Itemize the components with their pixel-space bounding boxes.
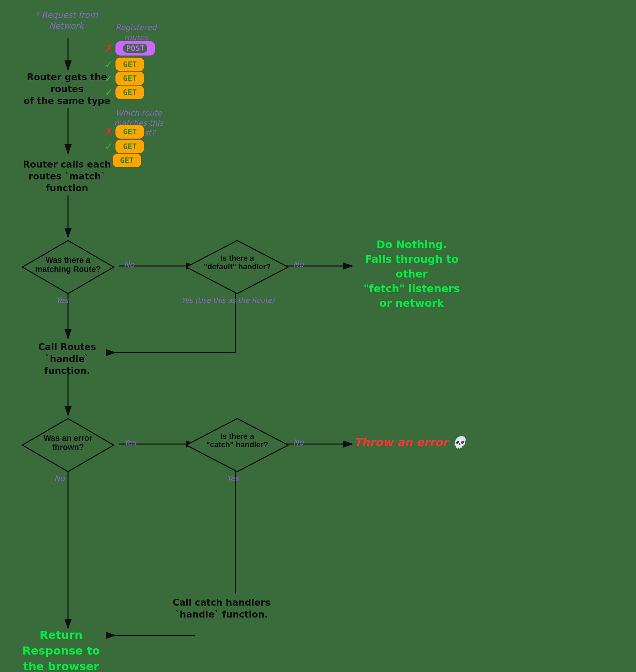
no-label-4: No (293, 438, 304, 447)
svg-text:Is there a: Is there a (220, 254, 254, 263)
post-badge-row: ✗ POST (105, 41, 155, 56)
registered-routes-label: Registeredroutes (108, 23, 164, 43)
return-response-label: Return Response tothe browser (10, 627, 112, 672)
svg-text:matching Route?: matching Route? (35, 265, 101, 274)
diamond2-svg: Is there a "default" handler? (185, 239, 290, 295)
yes-label-1: Yes (56, 296, 68, 305)
match-get-badge-1: GET (115, 125, 144, 139)
yes-label-4: Yes (227, 474, 239, 483)
match-badge-row-1: ✗ GET (105, 125, 144, 139)
post-badge: POST (115, 41, 155, 56)
diamond2-wrapper: Is there a "default" handler? (185, 239, 290, 295)
svg-text:thrown?: thrown? (52, 443, 84, 452)
throw-error-label: Throw an error 💀 (354, 436, 466, 449)
diamond4-wrapper: Is there a "catch" handler? (185, 417, 290, 473)
yes-label-3: Yes (124, 438, 136, 447)
check-icon-3: ✓ (105, 87, 113, 98)
get-badge-row-2: ✓ GET (105, 72, 144, 85)
diamond1-wrapper: Was there a matching Route? (21, 239, 115, 295)
diamond1-svg: Was there a matching Route? (21, 239, 115, 295)
match-get-badge-2: GET (115, 140, 144, 153)
do-nothing-label: Do Nothing.Falls through to other"fetch"… (354, 237, 469, 311)
post-badge-inner: POST (123, 44, 147, 53)
router-calls-match-label: Router calls eachroutes `match`function (18, 159, 116, 194)
diamond3-wrapper: Was an error thrown? (21, 417, 115, 473)
get-badge-row-3: ✓ GET (105, 86, 144, 99)
diamond4-svg: Is there a "catch" handler? (185, 417, 290, 473)
yes-use-label: Yes (Use this as the Route) (181, 296, 275, 304)
cross-icon-post: ✗ (105, 43, 113, 54)
no-label-2: No (293, 260, 304, 269)
get-badge-2: GET (115, 72, 144, 85)
diamond3-svg: Was an error thrown? (21, 417, 115, 473)
check-icon-2: ✓ (105, 73, 113, 84)
cross-icon-match: ✗ (105, 126, 113, 138)
match-badge-row-2: ✓ GET (105, 140, 144, 153)
svg-text:Was an error: Was an error (44, 434, 92, 443)
svg-text:Was there a: Was there a (46, 256, 90, 265)
get-badge-1: GET (115, 58, 144, 71)
call-handle-label: Call Routes `handle`function. (16, 341, 119, 377)
svg-text:Is there a: Is there a (220, 432, 254, 441)
get-badge-row-1: ✓ GET (105, 58, 144, 71)
check-icon-1: ✓ (105, 59, 113, 70)
no-label-1: No (124, 260, 134, 269)
call-catch-label: Call catch handlers`handle` function. (167, 597, 276, 621)
match-get-badge-3: GET (113, 154, 141, 167)
router-gets-routes-label: Router gets the routesof the same type (18, 72, 116, 107)
request-from-network-label: * Request from Network (28, 10, 105, 31)
flowchart-diagram: * Request from Network Router gets the r… (0, 0, 636, 672)
svg-text:"default" handler?: "default" handler? (204, 262, 271, 271)
get-badge-3: GET (115, 86, 144, 99)
svg-text:"catch" handler?: "catch" handler? (206, 440, 268, 449)
match-badge-row-3: GET (113, 154, 141, 167)
check-icon-match-2: ✓ (105, 141, 113, 152)
no-label-3: No (54, 474, 65, 483)
